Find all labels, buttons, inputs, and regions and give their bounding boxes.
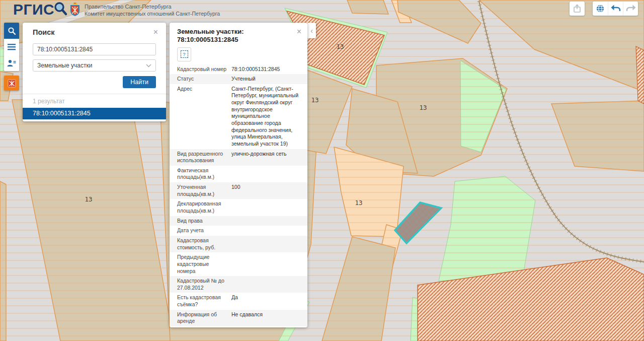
attribute-value: улично-дорожная сеть — [230, 150, 307, 165]
table-row: Уточненная площадь(кв.м.)100 — [170, 182, 307, 199]
attribute-label: Статус — [170, 75, 230, 83]
spb-emblem-icon — [8, 79, 16, 88]
parcel-label: 13 — [336, 43, 344, 50]
attribute-value: 78:10:0005131:2845 — [230, 65, 307, 74]
search-panel-divider — [23, 94, 166, 94]
export-button[interactable] — [570, 2, 585, 16]
table-row: Кадастровый номер78:10:0005131:2845 — [170, 64, 307, 75]
table-row: Вид права — [170, 216, 307, 226]
identify-help-button[interactable]: ? — [177, 47, 191, 61]
table-row: Есть кадастровая съёмка?Да — [170, 293, 307, 309]
search-category-select[interactable]: Земельные участки — [33, 59, 156, 72]
globe-icon — [596, 4, 605, 13]
table-row: Информация об арендеНе сдавался — [170, 310, 307, 326]
table-row: Кадастровая стоимость, руб. — [170, 236, 307, 252]
government-header: Правительство Санкт-Петербурга Комитет и… — [69, 3, 220, 17]
attribute-value — [230, 277, 307, 292]
sidebar-user-button[interactable] — [4, 55, 19, 71]
attribute-label: Есть кадастровая съёмка? — [170, 294, 230, 308]
attribute-label: Адрес — [170, 85, 230, 148]
search-result-item[interactable]: 78:10:0005131:2845 — [23, 108, 166, 119]
sidebar-layers-button[interactable] — [4, 39, 19, 55]
redo-icon — [626, 5, 636, 13]
attribute-value: Не сдавался — [230, 311, 307, 325]
left-toolbar — [4, 23, 19, 71]
parcel-info-panel: Земельные участки: 78:10:0005131:2845 × … — [170, 23, 307, 327]
redo-button[interactable] — [623, 2, 638, 16]
attribute-value — [230, 200, 307, 215]
table-row: АдресСанкт-Петербург, (Санкт-Петербург, … — [170, 84, 307, 149]
attribute-label: Информация об аренде — [170, 311, 230, 325]
attribute-label: Кадастровый номер — [170, 65, 230, 74]
parcel-label: 13 — [85, 195, 92, 203]
parcel-label: 13 — [355, 199, 362, 207]
sidebar-spb-emblem-button[interactable] — [4, 76, 19, 91]
attribute-label: Фактическая площадь(кв.м.) — [170, 167, 230, 181]
search-icon — [8, 27, 16, 35]
sidebar-search-button[interactable] — [4, 23, 19, 39]
table-row: Кадастровый № до 27.08.2012 — [170, 276, 307, 293]
attribute-label: Декларированная площадь(кв.м.) — [170, 200, 230, 215]
undo-icon — [611, 5, 621, 13]
table-row: Вид разрешенного использованияулично-дор… — [170, 149, 307, 166]
parcel-label: 13 — [311, 96, 318, 104]
export-icon — [573, 4, 581, 13]
top-toolbar — [570, 2, 638, 16]
info-panel-title: Земельные участки: 78:10:0005131:2845 — [177, 28, 297, 44]
attribute-value: 100 — [230, 183, 307, 198]
attribute-label: Уточненная площадь(кв.м.) — [170, 183, 230, 198]
attribute-value — [230, 217, 307, 225]
spb-coat-of-arms-icon — [69, 3, 80, 17]
search-panel-close-icon[interactable]: × — [153, 28, 158, 36]
chevron-left-icon: ‹ — [310, 27, 313, 35]
attribute-label: Предыдущие кадастровые номера — [170, 253, 230, 275]
logo-text: РГИС — [13, 1, 54, 18]
attribute-value — [230, 167, 307, 181]
user-list-icon — [7, 59, 16, 67]
attribute-value — [230, 227, 307, 235]
globe-button[interactable] — [593, 2, 608, 16]
menu-icon — [8, 44, 16, 50]
parcel-attributes-table: Кадастровый номер78:10:0005131:2845Стату… — [170, 64, 307, 328]
question-icon: ? — [181, 50, 188, 58]
undo-button[interactable] — [608, 2, 623, 16]
table-row: Декларированная площадь(кв.м.) — [170, 199, 307, 216]
panel-collapse-button[interactable]: ‹ — [307, 23, 316, 38]
table-row: Предыдущие кадастровые номера — [170, 252, 307, 276]
government-line2: Комитет имущественных отношений Санкт-Пе… — [85, 11, 220, 17]
attribute-label: Вид разрешенного использования — [170, 150, 230, 165]
table-row: СтатусУчтенный — [170, 74, 307, 84]
attribute-label: Дата учета — [170, 227, 230, 235]
map-history-toolbar — [593, 2, 638, 16]
attribute-value: Санкт-Петербург, (Санкт-Петербург, муниц… — [230, 85, 307, 148]
logo-magnifier-icon — [52, 1, 68, 17]
attribute-label: Кадастровый № до 27.08.2012 — [170, 277, 230, 292]
results-count: 1 результат — [33, 98, 156, 105]
table-row: Фактическая площадь(кв.м.) — [170, 166, 307, 182]
search-input[interactable] — [33, 43, 156, 55]
parcel-label: 13 — [419, 104, 427, 111]
search-panel: Поиск × Земельные участки Найти 1 резуль… — [23, 23, 166, 121]
search-category-value: Земельные участки — [37, 62, 92, 69]
government-line1: Правительство Санкт-Петербурга — [85, 4, 220, 10]
info-panel-close-icon[interactable]: × — [297, 28, 301, 36]
attribute-label: Вид права — [170, 217, 230, 225]
search-panel-title: Поиск — [33, 28, 55, 36]
chevron-down-icon — [146, 64, 151, 67]
attribute-value — [230, 253, 307, 275]
attribute-value — [230, 237, 307, 251]
table-row: Дата учета — [170, 226, 307, 236]
attribute-value: Учтенный — [230, 75, 307, 83]
attribute-value: Да — [230, 294, 307, 308]
app-logo: РГИС — [13, 1, 68, 18]
find-button[interactable]: Найти — [123, 76, 156, 88]
rgis-app: 1313131313 РГИС Правительство Санкт-Пете… — [0, 0, 644, 341]
attribute-label: Кадастровая стоимость, руб. — [170, 237, 230, 251]
